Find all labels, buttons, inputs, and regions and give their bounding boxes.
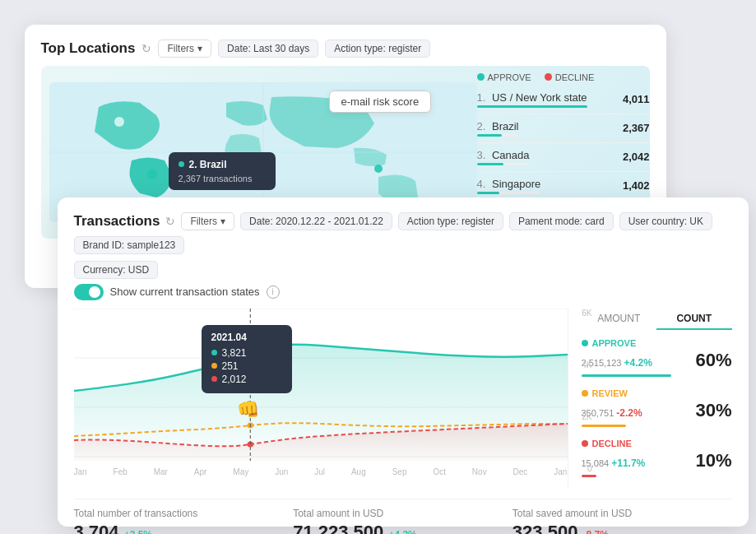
svg-point-2	[114, 117, 124, 127]
svg-point-1	[374, 165, 383, 173]
locations-refresh-icon[interactable]: ↻	[141, 42, 151, 55]
transactions-title: Transactions	[74, 213, 160, 230]
locations-title: Top Locations	[41, 40, 136, 57]
txn-currency-filter[interactable]: Currency: USD	[74, 261, 159, 279]
location-item: 4. Singapore 1,402	[477, 172, 650, 201]
approve-dot	[477, 73, 485, 81]
decline-bar	[582, 475, 596, 477]
txn-payment-filter[interactable]: Pament mode: card	[509, 212, 614, 230]
decline-metric-dot	[582, 440, 588, 447]
transactions-refresh-icon[interactable]: ↻	[165, 215, 175, 228]
tooltip-review-val: 251	[222, 360, 239, 372]
tooltip-decline-dot	[211, 376, 217, 382]
approve-bar	[582, 374, 672, 377]
tooltip-row-review: 251	[211, 360, 282, 372]
tab-count[interactable]: COUNT	[656, 309, 732, 330]
tooltip-approve-val: 3,821	[222, 347, 247, 359]
email-risk-badge[interactable]: e-mail risk score	[329, 91, 432, 113]
approve-sub: 2,515,123 +4.2%	[582, 357, 652, 369]
summary-txn-count: Total number of transactions 3,704 +3.5%	[74, 508, 294, 535]
approve-legend: APPROVE	[477, 72, 531, 82]
decline-pct: 10%	[695, 450, 731, 471]
x-axis-labels: Jan Feb Mar Apr May Jun Jul Aug Sep Oct …	[74, 467, 568, 476]
review-sub: 350,751 -2.2%	[582, 407, 642, 419]
tooltip-review-dot	[211, 363, 217, 369]
decline-sub: 15,084 +11.7%	[582, 457, 646, 469]
tooltip-row-approve: 3,821	[211, 347, 282, 359]
summary-txn-label: Total number of transactions	[74, 508, 294, 519]
review-metric-label: REVIEW	[582, 388, 732, 398]
review-metric-dot	[582, 390, 588, 397]
review-metric-row: 350,751 -2.2% 30%	[582, 400, 732, 421]
summary-amount-value: 71,223,500 +4.2%	[293, 522, 513, 535]
txn-brand-filter[interactable]: Brand ID: sample123	[74, 236, 185, 254]
approve-metric: APPROVE 2,515,123 +4.2% 60%	[582, 338, 732, 377]
chevron-down-icon: ▾	[220, 216, 225, 227]
tooltip-transactions: 2,367 transactions	[179, 174, 266, 183]
review-pct: 30%	[695, 400, 731, 421]
legend-row: APPROVE DECLINE	[477, 66, 650, 86]
approve-metric-row: 2,515,123 +4.2% 60%	[582, 350, 732, 371]
chart-wrap: 6K 4K 2K 0	[74, 309, 732, 489]
cursor-icon: 👊	[237, 399, 259, 420]
decline-legend: DECLINE	[545, 72, 595, 82]
location-item: 3. Canada 2,042	[477, 143, 650, 172]
location-item: 1. US / New York state 4,011	[477, 86, 650, 114]
summary-amount-label: Total amount in USD	[293, 508, 513, 519]
chart-main: 6K 4K 2K 0	[74, 309, 568, 473]
approve-metric-dot	[582, 340, 588, 346]
chart-right-panel: AMOUNT COUNT APPROVE 2,515,123 +4.2% 60%	[568, 309, 732, 489]
transaction-states-toggle[interactable]	[74, 284, 104, 300]
txn-date-filter[interactable]: Date: 2020.12.22 - 2021.01.22	[240, 212, 392, 230]
summary-txn-value: 3,704 +3.5%	[74, 522, 294, 535]
action-filter-tag[interactable]: Action type: register	[325, 39, 430, 58]
tooltip-decline-val: 2,012	[222, 374, 247, 385]
chevron-down-icon: ▾	[197, 43, 202, 54]
toggle-row: Show current transaction states i	[74, 284, 732, 300]
brazil-map-tooltip: 2. Brazil 2,367 transactions	[169, 152, 276, 190]
tooltip-dot	[179, 161, 184, 167]
chart-tabs: AMOUNT COUNT	[582, 309, 732, 330]
location-item: 2. Brazil 2,367	[477, 114, 650, 143]
locations-header: Top Locations ↻ Filters ▾ Date: Last 30 …	[41, 39, 650, 58]
transactions-filter-button[interactable]: Filters ▾	[181, 212, 234, 230]
transactions-header: Transactions ↻ Filters ▾ Date: 2020.12.2…	[74, 212, 732, 254]
tab-amount[interactable]: AMOUNT	[582, 309, 657, 330]
summary-saved-label: Total saved amount in USD	[513, 508, 732, 519]
info-icon[interactable]: i	[267, 286, 280, 299]
summary-saved: Total saved amount in USD 323,500 -8.7%	[513, 508, 732, 535]
decline-dot	[545, 73, 552, 81]
chart-tooltip: 2021.04 3,821 251 2,012	[202, 325, 292, 393]
date-filter-tag[interactable]: Date: Last 30 days	[218, 39, 318, 58]
tooltip-row-decline: 2,012	[211, 374, 282, 385]
txn-country-filter[interactable]: User country: UK	[619, 212, 712, 230]
decline-metric-label: DECLINE	[582, 439, 732, 448]
svg-point-3	[147, 169, 157, 179]
locations-filter-button[interactable]: Filters ▾	[158, 39, 211, 58]
chart-svg	[74, 309, 568, 461]
txn-action-filter[interactable]: Action type: register	[398, 212, 503, 230]
summary-amount: Total amount in USD 71,223,500 +4.2%	[293, 508, 513, 535]
transactions-card: Transactions ↻ Filters ▾ Date: 2020.12.2…	[58, 197, 749, 527]
summary-saved-value: 323,500 -8.7%	[513, 522, 732, 535]
toggle-label: Show current transaction states	[110, 286, 260, 298]
decline-metric: DECLINE 15,084 +11.7% 10%	[582, 439, 732, 477]
tooltip-approve-dot	[211, 350, 217, 355]
review-metric: REVIEW 350,751 -2.2% 30%	[582, 388, 732, 427]
approve-pct: 60%	[695, 350, 731, 371]
tooltip-location: 2. Brazil	[189, 159, 227, 170]
review-bar	[582, 425, 627, 427]
decline-metric-row: 15,084 +11.7% 10%	[582, 450, 732, 471]
approve-metric-label: APPROVE	[582, 338, 732, 348]
summary-row: Total number of transactions 3,704 +3.5%…	[74, 499, 732, 535]
tooltip-date: 2021.04	[211, 332, 282, 343]
